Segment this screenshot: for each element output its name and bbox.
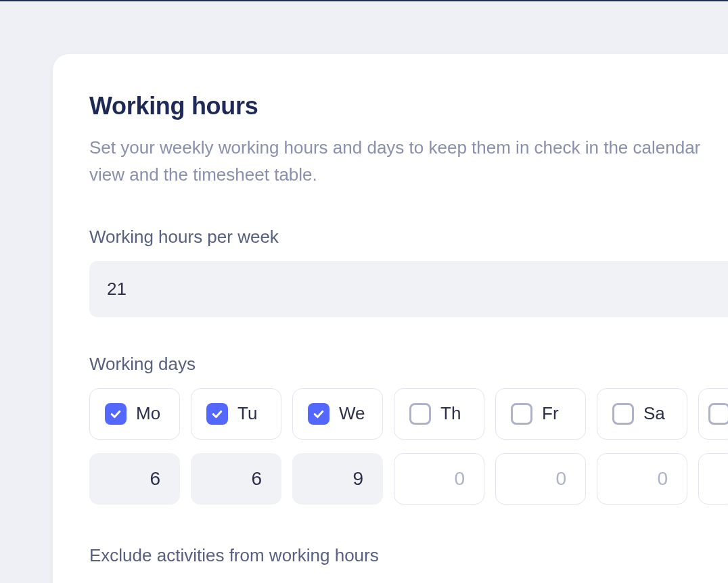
day-hours-input-we[interactable]: 9 [292,453,383,505]
checkbox-unchecked-icon [612,403,634,425]
day-hours-input-tu[interactable]: 6 [191,453,281,505]
checkbox-checked-icon [206,403,228,425]
checkbox-unchecked-icon [409,403,431,425]
working-days-row: Mo Tu We Th Fr Sa [89,388,728,440]
day-chip-we[interactable]: We [292,388,383,440]
day-hours-input-sa[interactable]: 0 [597,453,687,505]
day-label: We [339,403,365,424]
day-label: Sa [643,403,665,424]
day-chip-tu[interactable]: Tu [191,388,281,440]
checkbox-checked-icon [105,403,127,425]
section-description: Set your weekly working hours and days t… [89,134,719,189]
working-day-hours-row: 6 6 9 0 0 0 [89,453,728,505]
working-hours-card: Working hours Set your weekly working ho… [53,54,728,583]
day-chip-mo[interactable]: Mo [89,388,180,440]
checkbox-unchecked-icon [511,403,532,425]
top-accent-border [0,0,728,1]
day-label: Th [440,403,461,424]
section-heading: Working hours [89,92,728,120]
day-label: Tu [237,403,257,424]
day-chip-fr[interactable]: Fr [495,388,586,440]
day-hours-input-mo[interactable]: 6 [89,453,180,505]
hours-per-week-label: Working hours per week [89,227,728,248]
day-chip-sa[interactable]: Sa [597,388,687,440]
hours-per-week-input[interactable] [89,261,728,317]
checkbox-unchecked-icon [708,403,728,425]
day-chip-partial[interactable] [698,388,728,440]
day-chip-th[interactable]: Th [394,388,484,440]
day-hours-input-th[interactable]: 0 [394,453,484,505]
working-days-label: Working days [89,354,728,375]
checkbox-checked-icon [308,403,329,425]
exclude-activities-label: Exclude activities from working hours [89,545,728,566]
day-label: Fr [542,403,559,424]
day-hours-input-fr[interactable]: 0 [495,453,586,505]
day-hours-input-partial[interactable] [698,453,728,505]
day-label: Mo [136,403,160,424]
